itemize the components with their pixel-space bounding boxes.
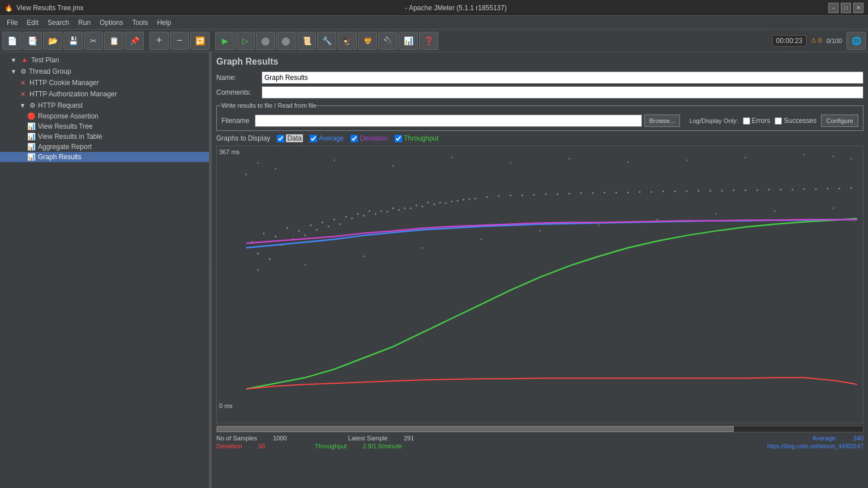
throughput-checkbox-group: Throughput: [395, 134, 438, 142]
add-button[interactable]: +: [149, 32, 169, 50]
sidebar-item-graph-results[interactable]: 📊 Graph Results: [0, 152, 209, 162]
configure-button[interactable]: Configure: [821, 114, 858, 127]
write-results-group: Write results to file / Read from file F…: [216, 102, 863, 131]
start-no-pause-button[interactable]: ▷: [236, 32, 255, 50]
filename-input[interactable]: [255, 114, 642, 127]
title-filename: View Results Tree.jmx: [16, 4, 83, 12]
scrollbar-thumb[interactable]: [217, 426, 734, 432]
stats-row-1: No of Samples 1000 Latest Sample 291 Ave…: [216, 435, 863, 442]
sidebar-item-http-request[interactable]: ▼ ⚙ HTTP Request: [0, 100, 209, 111]
svg-point-3: [275, 236, 276, 237]
data-label: Data: [286, 134, 302, 142]
successes-checkbox[interactable]: [775, 117, 782, 125]
test-plan-button[interactable]: 📊: [399, 32, 418, 50]
network-button[interactable]: 🌐: [846, 32, 866, 50]
open-button[interactable]: 📂: [43, 32, 62, 50]
svg-point-79: [568, 158, 570, 159]
average-stats-value: 340: [853, 435, 863, 442]
svg-point-47: [792, 189, 793, 190]
sidebar-item-view-results-tree[interactable]: 📊 View Results Tree: [0, 121, 209, 131]
clear-button[interactable]: 🔁: [190, 32, 209, 50]
menu-search[interactable]: Search: [43, 18, 74, 28]
sidebar-item-http-auth[interactable]: ✕ HTTP Authorization Manager: [0, 88, 209, 100]
paste-button[interactable]: 📌: [125, 32, 144, 50]
svg-point-43: [745, 189, 746, 191]
svg-point-64: [386, 211, 388, 213]
svg-point-30: [592, 192, 593, 194]
chart-scrollbar[interactable]: [216, 426, 863, 432]
sidebar-label-http-auth: HTTP Authorization Manager: [29, 90, 117, 98]
average-label: Average: [319, 134, 344, 142]
sidebar-item-view-results-table[interactable]: 📊 View Results in Table: [0, 131, 209, 142]
svg-point-11: [369, 210, 370, 212]
svg-point-18: [451, 201, 452, 202]
svg-point-70: [457, 200, 459, 202]
log-viewer-button[interactable]: 📜: [297, 32, 316, 50]
errors-checkbox[interactable]: [743, 117, 750, 125]
run-gui-button[interactable]: 🦅: [337, 32, 357, 50]
help-button[interactable]: ❓: [419, 32, 438, 50]
timer-display: 00:00:23: [772, 35, 807, 46]
svg-point-48: [803, 188, 805, 190]
function-helper-button[interactable]: 🔧: [317, 32, 336, 50]
start-button[interactable]: ▶: [215, 32, 234, 50]
data-checkbox[interactable]: [277, 135, 284, 142]
close-button[interactable]: ✕: [853, 3, 863, 13]
sidebar-item-response-assertion[interactable]: 🔴 Response Assertion: [0, 111, 209, 121]
svg-point-54: [269, 258, 271, 260]
svg-point-14: [404, 207, 405, 209]
menu-options[interactable]: Options: [95, 18, 127, 28]
count-display: 0/100: [826, 37, 842, 44]
svg-point-75: [333, 159, 335, 161]
cut-button[interactable]: ✂: [84, 32, 103, 50]
svg-point-22: [498, 195, 499, 197]
name-input[interactable]: [262, 71, 863, 84]
sidebar-item-test-plan[interactable]: ▼ 🔺 Test Plan: [0, 54, 209, 66]
svg-point-57: [304, 235, 306, 236]
copy-button[interactable]: 📋: [104, 32, 123, 50]
svg-point-92: [598, 224, 600, 226]
menu-run[interactable]: Run: [74, 18, 95, 28]
comments-input[interactable]: [262, 86, 863, 99]
svg-point-49: [815, 188, 816, 190]
minimize-button[interactable]: –: [828, 3, 839, 13]
main-layout: ▼ 🔺 Test Plan ▼ ⚙ Thread Group ✕ HTTP Co…: [0, 52, 868, 488]
svg-point-39: [698, 190, 699, 192]
menu-help[interactable]: Help: [152, 18, 176, 28]
remote-start-button[interactable]: 🔌: [378, 32, 397, 50]
sidebar-label-thread-group: Thread Group: [29, 67, 71, 75]
templates-button[interactable]: 📑: [23, 32, 42, 50]
average-checkbox-group: Average: [310, 134, 344, 142]
throughput-stats-value: 2.9/1.5/minute: [362, 443, 402, 449]
response-assertion-icon: 🔴: [27, 112, 36, 120]
svg-point-31: [604, 192, 605, 193]
throughput-checkbox[interactable]: [395, 135, 402, 142]
menu-edit[interactable]: Edit: [22, 18, 43, 28]
sidebar-item-thread-group[interactable]: ▼ ⚙ Thread Group: [0, 66, 209, 77]
new-button[interactable]: 📄: [2, 32, 22, 50]
menu-file[interactable]: File: [2, 18, 22, 28]
warning-display: ⚠ 0: [811, 37, 822, 44]
deviation-checkbox[interactable]: [350, 135, 358, 142]
svg-point-44: [756, 189, 758, 191]
save-button[interactable]: 💾: [63, 32, 83, 50]
comments-row: Comments:: [216, 86, 863, 99]
maximize-button[interactable]: □: [841, 3, 851, 13]
shutdown-button[interactable]: ⬤: [276, 32, 296, 50]
comments-label: Comments:: [216, 88, 262, 96]
sidebar-item-aggregate-report[interactable]: 📊 Aggregate Report: [0, 142, 209, 152]
stop-button[interactable]: ⬤: [256, 32, 275, 50]
svg-point-34: [639, 191, 640, 193]
menu-tools[interactable]: Tools: [127, 18, 152, 28]
browse-button[interactable]: Browse...: [644, 114, 681, 127]
remove-button[interactable]: −: [170, 32, 189, 50]
log-display-label: Log/Display Only:: [689, 117, 738, 124]
svg-point-76: [392, 165, 394, 167]
run-nongui-button[interactable]: 🦁: [358, 32, 377, 50]
svg-point-63: [375, 213, 377, 215]
svg-point-90: [480, 239, 482, 240]
average-checkbox[interactable]: [310, 135, 317, 142]
sidebar-item-http-cookie[interactable]: ✕ HTTP Cookie Manager: [0, 77, 209, 88]
sidebar-label-http-cookie: HTTP Cookie Manager: [29, 79, 99, 87]
title-left: 🔥 View Results Tree.jmx: [5, 4, 83, 12]
